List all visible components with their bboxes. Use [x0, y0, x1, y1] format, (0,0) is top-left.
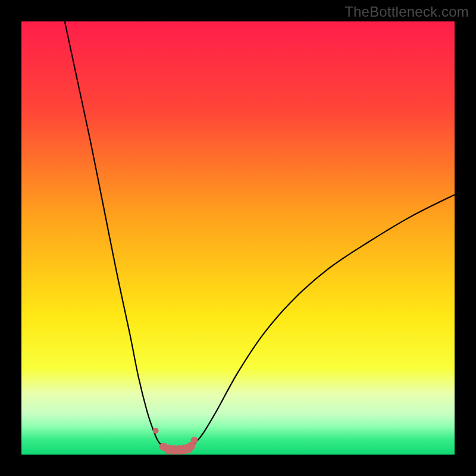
gradient-background	[21, 21, 455, 455]
chart-stage: TheBottleneck.com	[0, 0, 476, 476]
bottleneck-curve-chart	[21, 21, 455, 455]
valley-marker	[190, 437, 198, 444]
watermark-text: TheBottleneck.com	[345, 4, 469, 20]
valley-marker	[153, 428, 159, 434]
plot-area	[21, 21, 455, 455]
